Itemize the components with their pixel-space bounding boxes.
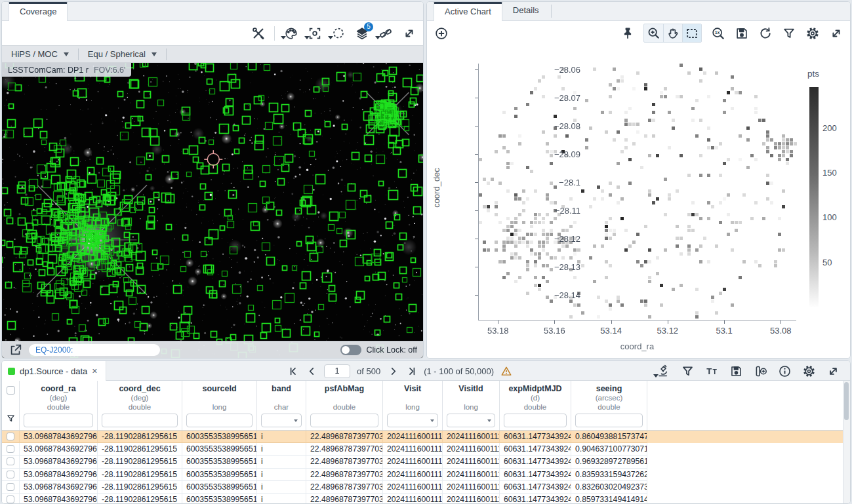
table-settings-icon[interactable] (801, 364, 817, 379)
column-filter-input[interactable] (504, 414, 567, 427)
first-page-button[interactable] (287, 365, 299, 377)
tab-active-chart[interactable]: Active Chart (434, 2, 502, 21)
recenter-image-icon[interactable] (307, 26, 322, 41)
zoom-in-tool-icon[interactable] (644, 24, 663, 42)
table-row[interactable]: 53.09687843692796-28.1190286129561560035… (2, 469, 843, 481)
column-filter-select[interactable] (447, 414, 495, 427)
next-page-button[interactable] (387, 365, 399, 377)
coord-system-menu[interactable]: Equ / Spherical (79, 46, 166, 62)
table-row[interactable]: 53.09687843692796-28.1190286129561560035… (2, 481, 843, 494)
cell-psfAbMag[interactable]: 22.489687873977033 (306, 456, 383, 468)
cell-seeing[interactable]: 0.860493881573747 (571, 431, 647, 443)
table-row[interactable]: 53.09687843692796-28.1190286129561560035… (2, 494, 843, 503)
cell-band[interactable]: i (257, 469, 306, 481)
cell-VisitId[interactable]: 2024111600111 (443, 494, 500, 503)
column-header-coord_dec[interactable]: coord_dec(deg)double (98, 381, 182, 430)
table-row[interactable]: 53.09687843692796-28.1190286129561560035… (2, 456, 843, 468)
cell-band[interactable]: i (257, 481, 306, 494)
tap-settings-icon[interactable] (656, 364, 671, 379)
match-images-icon[interactable] (378, 26, 393, 41)
filter-chart-icon[interactable] (781, 26, 796, 41)
cell-seeing[interactable]: 0.8597331494149143 (571, 494, 647, 503)
cell-seeing[interactable]: 0.9693289727895618 (571, 456, 647, 468)
cell-Visit[interactable]: 2024111600111 (383, 456, 443, 468)
tab-details[interactable]: Details (502, 1, 550, 20)
cell-expMidptMJD[interactable]: 60631.14773439246 (500, 469, 571, 481)
sky-view[interactable]: LSSTComCam: DP1 r FOV:6.6' EQ-J2000: Cli… (2, 63, 423, 358)
cell-coord_dec[interactable]: -28.11902861295615 (98, 443, 182, 456)
cell-coord_dec[interactable]: -28.11902861295615 (98, 431, 182, 443)
cell-sourceId[interactable]: 600355353899565160 (182, 456, 257, 468)
expand-table-icon[interactable] (826, 364, 841, 379)
cell-coord_dec[interactable]: -28.11902861295615 (98, 456, 182, 468)
text-view-icon[interactable]: TT (704, 364, 720, 379)
row-checkbox[interactable] (7, 457, 14, 465)
column-filter-select[interactable] (387, 414, 438, 427)
cell-psfAbMag[interactable]: 22.489687873977033 (306, 443, 383, 456)
hips-moc-menu[interactable]: HiPS / MOC (2, 46, 78, 62)
column-filter-input[interactable] (186, 414, 253, 427)
add-column-icon[interactable] (753, 364, 768, 379)
restore-chart-icon[interactable] (758, 26, 773, 41)
heatmap-canvas[interactable] (479, 64, 797, 320)
table-row[interactable]: 53.09687843692796-28.1190286129561560035… (2, 443, 843, 456)
rect-select-tool-icon[interactable] (682, 24, 701, 42)
cell-coord_ra[interactable]: 53.09687843692796 (20, 494, 98, 503)
cell-band[interactable]: i (257, 443, 306, 456)
cell-coord_ra[interactable]: 53.09687843692796 (20, 469, 98, 481)
filter-row-icon[interactable] (6, 414, 16, 426)
cell-coord_dec[interactable]: -28.11902861295615 (98, 481, 182, 494)
cell-band[interactable]: i (257, 494, 306, 503)
cell-Visit[interactable]: 2024111600111 (383, 494, 443, 503)
expand-image-icon[interactable] (401, 26, 416, 41)
chart-settings-icon[interactable] (805, 26, 820, 41)
color-palette-icon[interactable] (283, 26, 298, 41)
external-link-icon[interactable] (8, 342, 23, 357)
column-header-band[interactable]: bandchar (257, 381, 306, 430)
table-info-icon[interactable] (777, 364, 792, 379)
row-checkbox[interactable] (7, 471, 14, 478)
column-header-coord_ra[interactable]: coord_ra(deg)double (20, 381, 98, 430)
cell-VisitId[interactable]: 2024111600111 (443, 481, 500, 494)
cell-expMidptMJD[interactable]: 60631.14773439246 (500, 431, 571, 443)
cell-Visit[interactable]: 2024111600111 (383, 443, 443, 456)
cell-coord_ra[interactable]: 53.09687843692796 (20, 443, 98, 456)
table-scrollbar[interactable] (843, 381, 850, 503)
table-tab[interactable]: dp1.Source - data × (2, 361, 106, 381)
cell-sourceId[interactable]: 600355353899565160 (182, 443, 257, 456)
page-number-input[interactable] (324, 364, 350, 378)
cell-VisitId[interactable]: 2024111600111 (443, 469, 500, 481)
row-checkbox[interactable] (7, 433, 14, 440)
table-row[interactable]: 53.09687843692796-28.1190286129561560035… (2, 431, 843, 443)
scrollbar-thumb[interactable] (844, 382, 849, 420)
pin-chart-icon[interactable] (620, 26, 635, 41)
cell-Visit[interactable]: 2024111600111 (383, 431, 443, 443)
cell-psfAbMag[interactable]: 22.489687873977033 (306, 481, 383, 494)
pan-hand-tool-icon[interactable] (663, 24, 682, 42)
cell-expMidptMJD[interactable]: 60631.14773439246 (500, 443, 571, 456)
warning-icon[interactable] (500, 365, 512, 377)
save-chart-icon[interactable] (734, 26, 749, 41)
column-filter-input[interactable] (102, 414, 178, 427)
cell-band[interactable]: i (257, 431, 306, 443)
prev-page-button[interactable] (306, 365, 317, 377)
column-filter-input[interactable] (575, 414, 643, 427)
column-filter-input[interactable] (310, 414, 378, 427)
cell-expMidptMJD[interactable]: 60631.14773439246 (500, 481, 571, 494)
cell-psfAbMag[interactable]: 22.489687873977033 (306, 431, 383, 443)
cell-psfAbMag[interactable]: 22.489687873977033 (306, 494, 383, 503)
filter-table-icon[interactable] (680, 364, 695, 379)
tools-icon[interactable] (251, 26, 266, 41)
sky-image-canvas[interactable] (2, 63, 423, 358)
cell-seeing[interactable]: 0.8326030204923739 (571, 481, 647, 494)
cell-sourceId[interactable]: 600355353899565160 (182, 469, 257, 481)
cell-sourceId[interactable]: 600355353899565160 (182, 494, 257, 503)
cell-coord_dec[interactable]: -28.11902861295615 (98, 494, 182, 503)
cell-psfAbMag[interactable]: 22.489687873977033 (306, 469, 383, 481)
column-header-VisitId[interactable]: VisitIdlong (443, 381, 500, 430)
zoom-reset-icon[interactable]: 1x (710, 26, 725, 41)
select-region-icon[interactable] (331, 26, 346, 41)
add-chart-icon[interactable] (434, 26, 449, 41)
cell-seeing[interactable]: 0.9046371007730715 (571, 443, 647, 456)
cell-Visit[interactable]: 2024111600111 (383, 469, 443, 481)
